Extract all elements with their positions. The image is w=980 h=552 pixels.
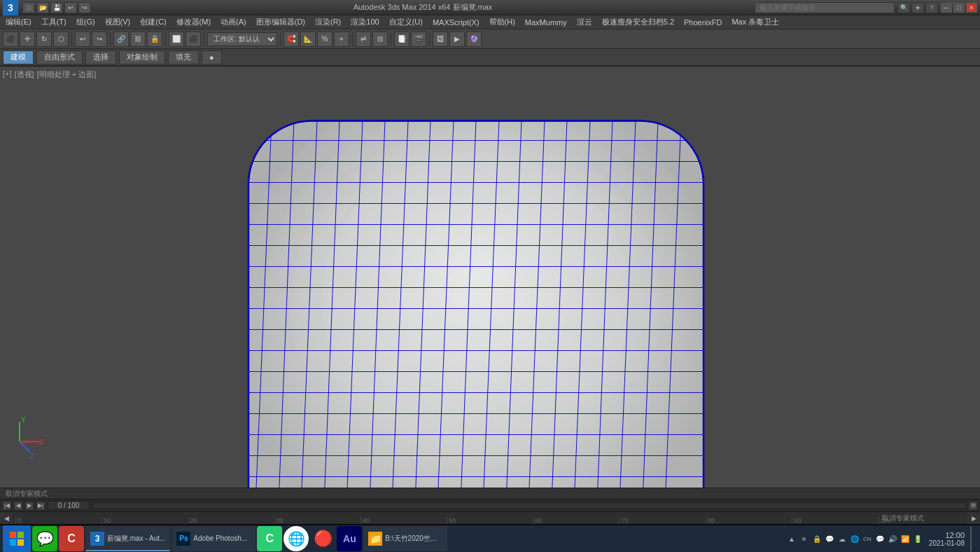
- sep2: [110, 32, 111, 46]
- tab-select[interactable]: 选择: [85, 50, 116, 64]
- taskbar-filemanager[interactable]: 📁 B:\天竹2020竺...: [363, 526, 447, 551]
- tray-icon-4[interactable]: ☁: [836, 533, 848, 544]
- toolbar-scale[interactable]: ⬡: [53, 32, 69, 47]
- menu-group[interactable]: 组(G): [72, 15, 99, 29]
- toolbar-render-setup[interactable]: 🖼: [433, 32, 448, 47]
- menu-maxscript[interactable]: MAXScript(X): [428, 17, 484, 28]
- system-clock[interactable]: 12:00 2021-01-08: [925, 531, 969, 547]
- timeline-prev[interactable]: ◀: [14, 502, 22, 510]
- quick-access-new[interactable]: □: [22, 2, 35, 13]
- menu-render100[interactable]: 渲染100: [346, 15, 383, 29]
- tray-icon-8[interactable]: 🔊: [887, 533, 898, 544]
- app-logo[interactable]: 3: [3, 0, 18, 15]
- viewport-label-plus[interactable]: [+]: [3, 69, 12, 80]
- search-icon-btn[interactable]: 🔍: [897, 2, 910, 13]
- menu-maxmummy[interactable]: MaxMummy: [521, 17, 571, 28]
- menu-custom[interactable]: 自定义(U): [385, 15, 427, 29]
- toolbar-render[interactable]: ▶: [449, 32, 465, 47]
- menu-view[interactable]: 视图(V): [101, 15, 135, 29]
- menu-antivirus[interactable]: Max 杀毒卫士: [727, 15, 783, 29]
- toolbar-redo[interactable]: ↪: [92, 32, 107, 47]
- taskbar-photoshop[interactable]: Ps Adobe Photosh...: [172, 526, 255, 551]
- tray-icon-9[interactable]: 📶: [899, 533, 911, 544]
- viewport-label-view[interactable]: [透视]: [15, 69, 34, 80]
- tab-modeling[interactable]: 建模: [3, 50, 34, 64]
- help-icon-btn[interactable]: ?: [925, 2, 938, 13]
- tray-up-arrow[interactable]: ▲: [786, 533, 797, 544]
- timeline-next[interactable]: ▶|: [36, 502, 45, 510]
- menu-modifier[interactable]: 修改器(M): [172, 15, 216, 29]
- tray-icon-10[interactable]: 🔋: [912, 533, 923, 544]
- tray-icon-6[interactable]: CN: [862, 533, 873, 544]
- taskbar-green-c[interactable]: C: [257, 526, 282, 551]
- toolbar-layer[interactable]: 📑: [394, 32, 410, 47]
- taskbar-3dsmax[interactable]: 3 薪编凳.max - Aut...: [85, 526, 170, 551]
- tray-icon-3[interactable]: 💬: [824, 533, 835, 544]
- tray-icon-7[interactable]: 💬: [874, 533, 886, 544]
- minimize-button[interactable]: ─: [941, 3, 952, 13]
- toolbar-window-crossing[interactable]: ⬛: [186, 32, 201, 47]
- timeline-settings[interactable]: ⚙: [969, 502, 977, 510]
- title-icons: 🔍 ★ ?: [897, 2, 938, 13]
- quick-access-open[interactable]: 📂: [36, 2, 49, 13]
- tray-icon-5[interactable]: 🌐: [849, 533, 860, 544]
- toolbar-mirror[interactable]: ⇌: [356, 32, 371, 47]
- quick-access-save[interactable]: 💾: [50, 2, 63, 13]
- toolbar-scene[interactable]: 🎬: [411, 32, 426, 47]
- quick-access-redo[interactable]: ↪: [78, 2, 91, 13]
- menu-animation[interactable]: 动画(A): [216, 15, 251, 29]
- start-button[interactable]: [3, 525, 31, 552]
- tray-icon-1[interactable]: ⊕: [799, 533, 810, 544]
- menu-slim[interactable]: 极速瘦身安全归档5.2: [598, 15, 678, 29]
- viewport-wrapper[interactable]: [+] [透视] [明细处理 + 边面]: [0, 67, 980, 488]
- title-bar: 3 □ 📂 💾 ↩ ↪ Autodesk 3ds Max 2014 x64 薪编…: [0, 0, 980, 15]
- taskbar-browser[interactable]: 🌐: [284, 526, 309, 551]
- taskbar-chrome[interactable]: 🔴: [310, 526, 335, 551]
- menu-tools[interactable]: 工具(T): [37, 15, 71, 29]
- tray-icon-2[interactable]: 🔒: [811, 533, 822, 544]
- toolbar-snap[interactable]: 🧲: [284, 32, 299, 47]
- toolbar-percent-snap[interactable]: %: [317, 32, 332, 47]
- viewport-label-shading[interactable]: [明细处理 + 边面]: [37, 69, 97, 80]
- toolbar-rotate[interactable]: ↻: [36, 32, 52, 47]
- menu-edit[interactable]: 编辑(E): [1, 15, 36, 29]
- svg-text:Y: Y: [21, 416, 26, 424]
- menu-render-cloud[interactable]: 渲云: [573, 15, 596, 29]
- ruler-50: 50: [447, 517, 533, 524]
- taskbar-red-app[interactable]: C: [59, 526, 84, 551]
- toolbar-bind[interactable]: 🔒: [147, 32, 162, 47]
- toolbar-angle-snap[interactable]: 📐: [300, 32, 316, 47]
- toolbar-select[interactable]: ⬛: [3, 32, 18, 47]
- cancel-expert-mode[interactable]: 取消专家模式: [882, 513, 924, 523]
- toolbar-spinner-snap[interactable]: ⌖: [334, 32, 349, 47]
- title-search-input[interactable]: [755, 2, 895, 13]
- menu-help[interactable]: 帮助(H): [485, 15, 519, 29]
- tab-object-paint[interactable]: 对象绘制: [119, 50, 165, 64]
- tab-options[interactable]: ●: [202, 50, 222, 64]
- timeline-play[interactable]: ▶: [25, 502, 34, 510]
- close-button[interactable]: ✕: [966, 3, 977, 13]
- timeline-ruler: ◀ 0 10 20 30 40 50 60 70 80 90 100 取消专家模…: [0, 511, 980, 524]
- toolbar-select-region[interactable]: ⬜: [169, 32, 184, 47]
- toolbar-link[interactable]: 🔗: [113, 32, 129, 47]
- menu-phoenixfd[interactable]: PhoenixFD: [680, 17, 726, 28]
- menu-create[interactable]: 创建(C): [136, 15, 170, 29]
- menu-graph-editor[interactable]: 图形编辑器(D): [252, 15, 309, 29]
- tab-populate[interactable]: 填充: [168, 50, 199, 64]
- taskbar-audition[interactable]: Au: [337, 526, 362, 551]
- toolbar-move[interactable]: ✛: [20, 32, 35, 47]
- menu-render[interactable]: 渲染(R): [311, 15, 345, 29]
- timeline-prev-start[interactable]: |◀: [3, 502, 11, 510]
- tab-freeform[interactable]: 自由形式: [36, 50, 83, 64]
- toolbar-undo[interactable]: ↩: [75, 32, 90, 47]
- toolbar-unlink[interactable]: ⛓: [130, 32, 146, 47]
- star-icon-btn[interactable]: ★: [911, 2, 924, 13]
- workspace-dropdown[interactable]: 工作区: 默认认: [207, 32, 277, 46]
- quick-access-undo[interactable]: ↩: [64, 2, 77, 13]
- taskbar-wechat[interactable]: 💬: [32, 526, 57, 551]
- toolbar-material[interactable]: 🔮: [466, 32, 482, 47]
- maximize-button[interactable]: □: [953, 3, 965, 13]
- show-desktop[interactable]: [970, 526, 974, 551]
- timeline-track[interactable]: [92, 502, 966, 509]
- toolbar-align[interactable]: ⊟: [372, 32, 388, 47]
